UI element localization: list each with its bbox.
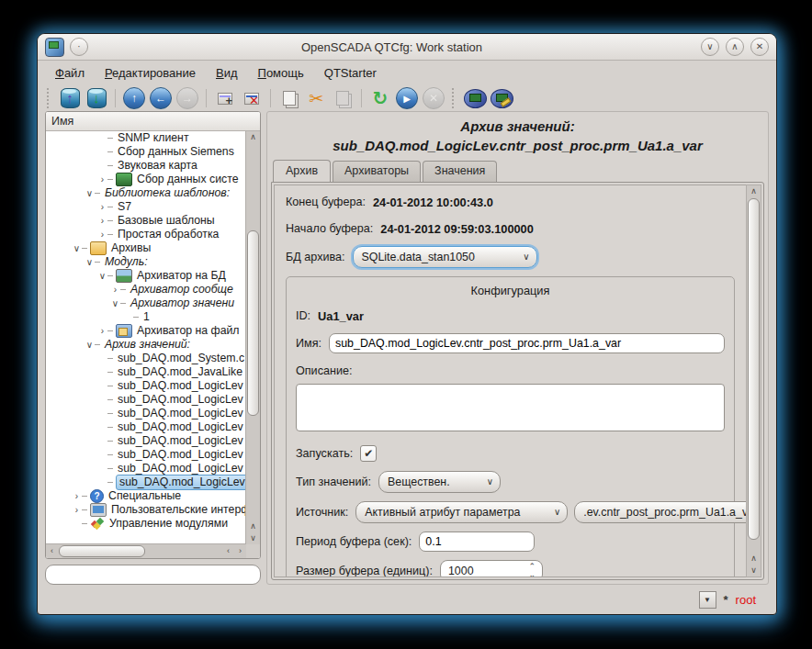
tree-row[interactable]: sub_DAQ.mod_System.c (46, 352, 246, 365)
scroll-up-icon[interactable]: ∧ (246, 520, 260, 532)
toolbar-handle[interactable] (47, 88, 51, 108)
minimize-icon[interactable]: ∨ (701, 38, 719, 56)
scroll-left-icon[interactable]: ‹ (46, 544, 58, 558)
qtstarter-config-icon[interactable] (490, 86, 513, 110)
qtstarter-vision-icon[interactable] (463, 86, 487, 110)
scroll-right-icon[interactable]: › (234, 544, 246, 558)
expand-arrow-icon[interactable]: › (97, 326, 107, 336)
tree-row[interactable]: sub_DAQ.mod_JavaLike (46, 365, 246, 379)
tree-row[interactable]: ∨Архиватор значени (46, 297, 246, 310)
tree-row[interactable]: sub_DAQ.mod_LogicLev (46, 420, 246, 434)
source-mode-select[interactable]: Активный атрибут параметра (355, 501, 568, 523)
back-icon[interactable]: ← (149, 86, 173, 110)
name-input[interactable] (329, 333, 725, 353)
menu-edit[interactable]: Редактирование (96, 63, 204, 83)
tab-values[interactable]: Значения (423, 161, 497, 183)
toolbar-handle[interactable] (452, 88, 457, 108)
buffer-period-input[interactable] (419, 532, 535, 552)
close-icon[interactable]: ✕ (750, 38, 769, 56)
tree-row[interactable]: sub_DAQ.mod_LogicLev (46, 448, 246, 462)
collapse-arrow-icon[interactable]: ∨ (85, 340, 95, 350)
archive-db-select[interactable]: SQLite.data_stan1050 (353, 246, 537, 268)
tree-row[interactable]: ›Базовые шаблоны (46, 214, 246, 228)
expand-arrow-icon[interactable]: › (97, 229, 107, 240)
expand-arrow-icon[interactable]: › (97, 174, 107, 185)
expand-arrow-icon[interactable]: › (72, 491, 82, 501)
tree-vscroll-thumb[interactable] (247, 230, 259, 416)
tree-row[interactable]: ∨Архивы (46, 241, 246, 255)
tree-row[interactable]: ∨Архиватор на БД (46, 269, 246, 283)
tree-hscroll-thumb[interactable] (59, 545, 145, 557)
titlebar[interactable]: · OpenSCADA QTCfg: Work station ∨ ∧ ✕ (38, 34, 776, 61)
tree-row[interactable]: Управление модулями (46, 517, 246, 531)
tree-connector (107, 358, 113, 359)
scroll-up-icon[interactable]: ∧ (747, 185, 761, 197)
tree-row[interactable]: sub_DAQ.mod_LogicLev (46, 379, 246, 393)
tree-row[interactable]: ›S7 (46, 200, 246, 214)
refresh-icon[interactable]: ↻ (368, 86, 392, 110)
form-vscroll-thumb[interactable] (748, 198, 760, 540)
load-icon[interactable]: ↑ (58, 86, 82, 110)
collapse-arrow-icon[interactable]: ∨ (97, 271, 107, 281)
buffer-size-spinbox[interactable]: 1000 (440, 560, 543, 577)
scroll-up-icon[interactable]: ∧ (246, 131, 260, 143)
scroll-left-icon[interactable]: ‹ (222, 544, 234, 558)
tab-archive[interactable]: Архив (273, 160, 331, 182)
cut-item-icon[interactable]: ✂ (304, 86, 328, 110)
tree-row[interactable]: Сбор данных Siemens (46, 145, 246, 159)
tree-row[interactable]: ∨Библиотека шаблонов: (46, 186, 246, 200)
description-textarea[interactable] (296, 384, 725, 431)
tree-item-label: sub_DAQ.mod_LogicLev (116, 434, 245, 448)
scroll-up-icon[interactable]: ∧ (747, 553, 761, 565)
collapse-arrow-icon[interactable]: ∨ (110, 298, 120, 308)
tree-row[interactable]: sub_DAQ.mod_LogicLev (46, 476, 246, 489)
collapse-arrow-icon[interactable]: ∨ (72, 243, 82, 253)
start-checkbox[interactable] (360, 445, 377, 462)
main-area: Имя SNMP клиентСбор данных SiemensЗвуков… (45, 111, 769, 585)
tree-row[interactable]: ›Архиватор на файл (46, 324, 246, 338)
tree-row[interactable]: sub_DAQ.mod_LogicLev (46, 462, 246, 476)
scroll-down-icon[interactable]: ∨ (747, 565, 761, 576)
tree-row[interactable]: ∨Модуль: (46, 255, 246, 269)
delete-item-icon[interactable]: ✕ (240, 86, 264, 110)
menu-qtstarter[interactable]: QTStarter (316, 63, 385, 83)
tree-row[interactable]: Звуковая карта (46, 159, 246, 173)
tree-row[interactable]: ›Сбор данных систе (46, 173, 246, 186)
window-menu-button[interactable]: · (70, 38, 88, 56)
menu-help[interactable]: Помощь (250, 63, 312, 83)
tree-row[interactable]: sub_DAQ.mod_LogicLev (46, 407, 246, 420)
tree-horizontal-scrollbar[interactable]: ‹ ‹ › (46, 543, 246, 558)
tree-row[interactable]: ›Архиватор сообще (46, 283, 246, 297)
copy-item-icon[interactable] (277, 86, 301, 110)
form-vertical-scrollbar[interactable]: ∧ ∧ ∨ (746, 185, 761, 577)
user-dropdown-button[interactable]: ▼ (699, 591, 716, 609)
tree-row[interactable]: ›Пользовательские интерф (46, 503, 246, 517)
tab-archivators[interactable]: Архиваторы (333, 161, 421, 183)
collapse-arrow-icon[interactable]: ∨ (85, 188, 95, 198)
expand-arrow-icon[interactable]: › (72, 505, 82, 515)
source-value-select[interactable]: .ev.cntr_post_proc.prm_Ua1.a_var (574, 501, 747, 523)
menu-view[interactable]: Вид (208, 63, 246, 83)
start-icon[interactable]: ▶ (395, 86, 419, 110)
tree-row[interactable]: 1 (46, 310, 246, 324)
expand-arrow-icon[interactable]: › (97, 202, 107, 212)
value-type-select[interactable]: Веществен. (378, 471, 501, 493)
tree-filter-input[interactable] (45, 565, 261, 585)
tree-row[interactable]: ›Простая обработка (46, 228, 246, 241)
tree-row[interactable]: ›Специальные (46, 489, 246, 503)
expand-arrow-icon[interactable]: › (110, 285, 120, 295)
tree-row[interactable]: sub_DAQ.mod_LogicLev (46, 434, 246, 448)
expand-arrow-icon[interactable]: › (97, 216, 107, 226)
tree-vertical-scrollbar[interactable]: ∧ ∧ ∨ (245, 131, 260, 544)
scroll-down-icon[interactable]: ∨ (246, 532, 260, 544)
up-level-icon[interactable]: ↑ (122, 86, 146, 110)
tree-row[interactable]: SNMP клиент (46, 131, 246, 145)
tree-row[interactable]: sub_DAQ.mod_LogicLev (46, 393, 246, 407)
maximize-icon[interactable]: ∧ (726, 38, 744, 56)
add-item-icon[interactable]: + (213, 86, 237, 110)
menu-file[interactable]: Файл (47, 63, 93, 83)
ui-icon (90, 503, 107, 517)
tree-row[interactable]: ∨Архив значений: (46, 338, 246, 352)
save-icon[interactable]: ↓ (85, 86, 108, 110)
collapse-arrow-icon[interactable]: ∨ (85, 257, 95, 267)
